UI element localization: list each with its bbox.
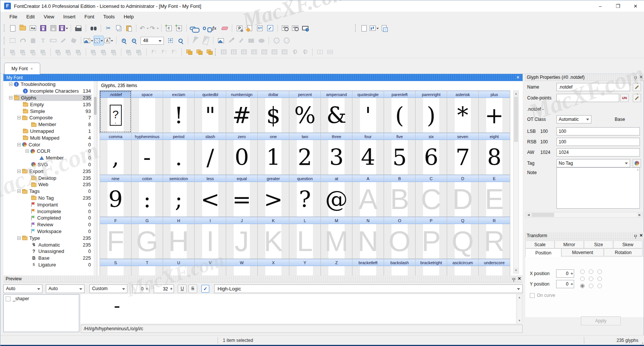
save-as-icon[interactable] — [58, 23, 68, 33]
resize-grip[interactable] — [642, 343, 643, 344]
sidebar-item-ligature[interactable]: fiLigature0 — [3, 262, 97, 268]
glyph-cell-W[interactable]: W — [226, 259, 258, 275]
glyph-cell-Z[interactable]: Z — [321, 259, 352, 275]
anchor-radio-2-1[interactable] — [589, 284, 593, 288]
codepoints-field[interactable] — [556, 94, 619, 102]
pin-icon[interactable] — [634, 77, 637, 78]
strikeout-button[interactable]: S — [188, 284, 197, 293]
glyph-cell-G[interactable]: GG — [132, 217, 163, 259]
zoom-level-combo[interactable]: 48 — [141, 37, 164, 45]
paste-icon[interactable] — [124, 23, 134, 33]
scroll-down-icon[interactable]: ▼ — [514, 268, 519, 273]
spin-down-icon[interactable] — [170, 289, 172, 291]
anchor-radio-1-0[interactable] — [580, 277, 585, 281]
expander-icon[interactable] — [17, 170, 21, 173]
aw-field[interactable]: 1024 — [556, 148, 640, 156]
glyph-cell-H[interactable]: HH — [163, 217, 195, 259]
name-wand-button[interactable] — [633, 83, 641, 91]
glyph-cell-P[interactable]: PP — [416, 217, 447, 259]
formula-icon[interactable]: fx — [209, 23, 219, 33]
spin-down-icon[interactable] — [571, 273, 573, 276]
glyph-cell-underscore[interactable]: underscore — [479, 259, 510, 275]
spin-down-icon[interactable] — [146, 289, 148, 291]
glyph-cell-at[interactable]: at@ — [321, 175, 352, 217]
link-icon[interactable] — [189, 23, 199, 33]
preview-size-spinner[interactable]: 32 — [154, 284, 174, 293]
exclude-icon[interactable] — [204, 47, 215, 57]
menu-tools[interactable]: Tools — [99, 13, 119, 21]
menu-edit[interactable]: Edit — [22, 13, 39, 21]
minimize-button[interactable]: – — [591, 0, 609, 12]
glyph-display-icon[interactable]: A — [104, 36, 114, 45]
sidebar-item-incomplete[interactable]: Incomplete0 — [3, 208, 97, 215]
sidebar-item-colr[interactable]: COLR0 — [3, 148, 97, 155]
close-panel-icon[interactable]: ✕ — [518, 276, 521, 281]
glyph-cell-semicolon[interactable]: semicolon; — [163, 175, 195, 217]
glyph-cell-T[interactable]: T — [132, 259, 163, 275]
tab-close-icon[interactable]: × — [30, 66, 33, 71]
add-character-icon[interactable]: C — [164, 23, 174, 33]
glyph-cell-Y[interactable]: Y — [289, 259, 321, 275]
preview-scrollbar[interactable]: ▲ ▼ — [517, 294, 522, 323]
glyph-cell-slash[interactable]: slash/ — [195, 133, 226, 175]
glyph-cell-quotedbl[interactable]: quotedbl" — [195, 91, 226, 133]
on-curve-checkbox[interactable] — [530, 293, 535, 298]
anchor-radio-2-2[interactable] — [597, 284, 602, 288]
properties-hscrollbar[interactable]: ◀ ▶ — [525, 212, 643, 218]
glyph-cell-colon[interactable]: colon: — [132, 175, 163, 217]
glyph-cell-Q[interactable]: QQ — [447, 217, 479, 259]
eraser-icon[interactable] — [219, 23, 230, 33]
glyph-cell-E[interactable]: EE — [479, 175, 510, 217]
glyph-cell-dollar[interactable]: dollar$ — [258, 91, 289, 133]
spell-check-icon[interactable]: abc — [280, 23, 290, 33]
glyph-cell-quotesingle[interactable]: quotesingle' — [352, 91, 384, 133]
glyph-properties-icon[interactable]: P — [234, 23, 245, 33]
glyph-cell-two[interactable]: two2 — [289, 133, 321, 175]
save-icon[interactable] — [38, 23, 48, 33]
close-panel-icon[interactable]: ✕ — [639, 233, 643, 238]
glyph-cell-plus[interactable]: plus+ — [479, 91, 510, 133]
pin-icon[interactable] — [512, 278, 515, 280]
glyph-cell-comma[interactable]: comma, — [100, 133, 132, 175]
scroll-up-icon[interactable]: ▲ — [636, 168, 639, 171]
expander-icon[interactable] — [17, 143, 21, 146]
sidebar-item-member[interactable]: Member8 — [3, 121, 97, 128]
glyph-cell-ampersand[interactable]: ampersand& — [321, 91, 352, 133]
name-field[interactable]: .notdef — [556, 83, 630, 91]
anchor-radio-1-1[interactable] — [589, 277, 593, 281]
glyph-cell-V[interactable]: V — [195, 259, 226, 275]
expander-icon[interactable] — [17, 236, 21, 240]
glyph-cell-bracketright[interactable]: bracketright — [416, 259, 447, 275]
zoom-fit-icon[interactable] — [165, 36, 175, 45]
sidebar-item-important[interactable]: Important0 — [3, 201, 97, 208]
sidebar-item-type[interactable]: Type235 — [3, 235, 97, 241]
preview-mode-select[interactable]: Auto — [3, 284, 42, 293]
background-image-icon[interactable] — [83, 36, 94, 45]
y-position-spinner[interactable]: 0 — [556, 280, 574, 288]
sidebar-item-simple[interactable]: Simple93 — [3, 108, 97, 114]
sidebar-item-multi-mapped[interactable]: Multi Mapped4 — [3, 134, 97, 141]
apply-button[interactable]: Apply — [581, 316, 621, 325]
copy-icon[interactable] — [113, 23, 124, 33]
pin-icon[interactable] — [634, 235, 637, 237]
lsb-field[interactable]: 100 — [556, 127, 640, 135]
glyph-cell-less[interactable]: less< — [195, 175, 226, 217]
sidebar-item-empty[interactable]: Empty135 — [3, 101, 97, 108]
sidebar-item-desktop[interactable]: Desktop235 — [3, 175, 97, 181]
glyph-cell-B[interactable]: BB — [384, 175, 416, 217]
unicode-button[interactable]: UN — [620, 94, 629, 102]
insert-image-icon[interactable] — [216, 36, 226, 45]
scroll-right-icon[interactable]: ▶ — [637, 212, 642, 217]
glyph-cell-I[interactable]: II — [195, 217, 226, 259]
glyph-grid-scrollbar[interactable]: ▲ ▼ — [513, 90, 519, 274]
quick-test-icon[interactable] — [300, 23, 310, 33]
new-window-icon[interactable] — [359, 23, 369, 33]
glyph-cell-.notdef[interactable]: .notdef?. — [100, 91, 132, 133]
glyph-cell-eight[interactable]: eight8 — [479, 133, 510, 175]
menu-insert[interactable]: Insert — [59, 13, 80, 21]
expander-icon[interactable] — [26, 149, 29, 153]
expander-icon[interactable] — [17, 190, 21, 193]
validate-icon[interactable]: ✓ — [265, 23, 275, 33]
close-panel-icon[interactable]: ✕ — [639, 75, 643, 80]
import-icon[interactable] — [379, 23, 389, 33]
